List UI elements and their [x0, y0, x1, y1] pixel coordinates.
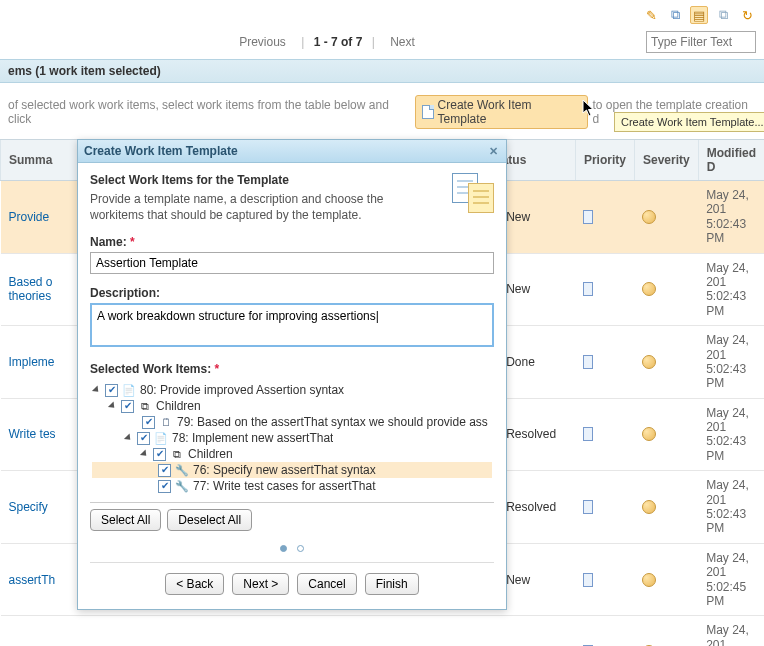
- expand-icon[interactable]: [108, 402, 117, 411]
- summary-cell[interactable]: Write tes: [1, 398, 80, 471]
- col-summary[interactable]: Summa: [1, 140, 80, 181]
- pager: Previous | 1 - 7 of 7 | Next: [8, 35, 646, 49]
- summary-cell[interactable]: Impleme: [1, 326, 80, 399]
- severity-icon: [642, 282, 656, 296]
- expand-icon[interactable]: [140, 450, 149, 459]
- severity-cell: [634, 398, 698, 471]
- tree-checkbox[interactable]: ✔: [158, 480, 171, 493]
- severity-cell: [634, 181, 698, 254]
- table-row[interactable]: assertTh➔NewMay 24, 2015:02:45 PM: [1, 616, 765, 646]
- tree-item-label: 77: Write test cases for assertThat: [193, 479, 376, 493]
- tree-checkbox[interactable]: ✔: [158, 464, 171, 477]
- pager-next[interactable]: Next: [384, 35, 421, 49]
- wizard-graphic-icon: [452, 173, 494, 223]
- description-label: Description:: [90, 286, 494, 300]
- close-icon[interactable]: ✕: [486, 144, 500, 158]
- cancel-button[interactable]: Cancel: [297, 573, 356, 595]
- deselect-all-button[interactable]: Deselect All: [167, 509, 252, 531]
- select-all-button[interactable]: Select All: [90, 509, 161, 531]
- create-template-dialog: Create Work Item Template ✕ Select Work …: [77, 139, 507, 610]
- filter-input[interactable]: [646, 31, 756, 53]
- copy-icon[interactable]: ⧉: [666, 6, 684, 24]
- tree-item[interactable]: ✔🔧76: Specify new assertThat syntax: [92, 462, 492, 478]
- severity-cell: [634, 253, 698, 326]
- pager-range: 1 - 7 of 7: [314, 35, 363, 49]
- severity-cell: [634, 543, 698, 616]
- modified-cell: May 24, 2015:02:43 PM: [698, 471, 764, 544]
- tree-checkbox[interactable]: ✔: [121, 400, 134, 413]
- tree-item-label: 80: Provide improved Assertion syntax: [140, 383, 344, 397]
- priority-cell: [575, 398, 634, 471]
- modified-cell: May 24, 2015:02:45 PM: [698, 616, 764, 646]
- dialog-description: Provide a template name, a description a…: [90, 191, 410, 223]
- modified-cell: May 24, 2015:02:45 PM: [698, 543, 764, 616]
- create-template-button[interactable]: Create Work Item Template: [415, 95, 589, 129]
- priority-icon: [583, 282, 593, 296]
- tree-item[interactable]: ✔⧉Children: [92, 398, 492, 414]
- priority-cell: [575, 543, 634, 616]
- tree-item[interactable]: ✔📄78: Implement new assertThat: [92, 430, 492, 446]
- tree-checkbox[interactable]: ✔: [105, 384, 118, 397]
- pencil-icon[interactable]: ✎: [642, 6, 660, 24]
- dialog-title: Create Work Item Template: [84, 144, 238, 158]
- step-1-dot: [280, 545, 287, 552]
- tree-item-label: 76: Specify new assertThat syntax: [193, 463, 376, 477]
- priority-icon: [583, 210, 593, 224]
- summary-cell[interactable]: Specify: [1, 471, 80, 544]
- next-button[interactable]: Next >: [232, 573, 289, 595]
- tree-item[interactable]: ✔⧉Children: [92, 446, 492, 462]
- summary-cell[interactable]: assertTh: [1, 543, 80, 616]
- col-severity[interactable]: Severity: [634, 140, 698, 181]
- wizard-stepper: [90, 545, 494, 552]
- col-priority[interactable]: Priority: [575, 140, 634, 181]
- tree-item[interactable]: ✔🗒79: Based on the assertThat syntax we …: [92, 414, 492, 430]
- tree-item-label: Children: [156, 399, 201, 413]
- modified-cell: May 24, 2015:02:43 PM: [698, 326, 764, 399]
- task-icon: 🔧: [175, 463, 189, 477]
- summary-cell[interactable]: assertTh: [1, 616, 80, 646]
- template-doc-icon: [422, 105, 434, 119]
- children-icon: ⧉: [138, 399, 152, 413]
- expand-icon[interactable]: [92, 386, 101, 395]
- template-icon[interactable]: ▤: [690, 6, 708, 24]
- modified-cell: May 24, 2015:02:43 PM: [698, 253, 764, 326]
- step-2-dot: [297, 545, 304, 552]
- tree-item-label: Children: [188, 447, 233, 461]
- modified-cell: May 24, 2015:02:43 PM: [698, 181, 764, 254]
- selected-items-tree: ✔📄80: Provide improved Assertion syntax✔…: [90, 380, 494, 503]
- priority-icon: [583, 500, 593, 514]
- dialog-subheading: Select Work Items for the Template: [90, 173, 289, 187]
- description-input[interactable]: [90, 303, 494, 347]
- summary-cell[interactable]: Based otheories: [1, 253, 80, 326]
- col-modified[interactable]: Modified D: [698, 140, 764, 181]
- severity-icon: [642, 500, 656, 514]
- tree-checkbox[interactable]: ✔: [142, 416, 155, 429]
- tree-item[interactable]: ✔📄80: Provide improved Assertion syntax: [92, 382, 492, 398]
- selected-items-label: Selected Work Items: *: [90, 362, 494, 376]
- finish-button[interactable]: Finish: [365, 573, 419, 595]
- tree-item-label: 79: Based on the assertThat syntax we sh…: [177, 415, 488, 429]
- priority-icon: [583, 427, 593, 441]
- tree-item[interactable]: ✔🔧77: Write test cases for assertThat: [92, 478, 492, 494]
- tooltip: Create Work Item Template...: [614, 112, 764, 132]
- tree-checkbox[interactable]: ✔: [137, 432, 150, 445]
- selection-banner: ems (1 work item selected): [0, 59, 764, 83]
- priority-cell: [575, 181, 634, 254]
- name-input[interactable]: [90, 252, 494, 274]
- refresh-icon[interactable]: ↻: [738, 6, 756, 24]
- expand-icon[interactable]: [124, 434, 133, 443]
- priority-cell: [575, 326, 634, 399]
- task-icon: 🔧: [175, 479, 189, 493]
- back-button[interactable]: < Back: [165, 573, 224, 595]
- modified-cell: May 24, 2015:02:43 PM: [698, 398, 764, 471]
- pager-prev[interactable]: Previous: [233, 35, 292, 49]
- priority-icon: [583, 573, 593, 587]
- priority-cell: [575, 471, 634, 544]
- clone-icon[interactable]: ⧉: [714, 6, 732, 24]
- tree-checkbox[interactable]: ✔: [153, 448, 166, 461]
- summary-cell[interactable]: Provide: [1, 181, 80, 254]
- name-label: Name: *: [90, 235, 494, 249]
- plan-icon: 🗒: [159, 415, 173, 429]
- severity-icon: [642, 210, 656, 224]
- story-icon: 📄: [122, 383, 136, 397]
